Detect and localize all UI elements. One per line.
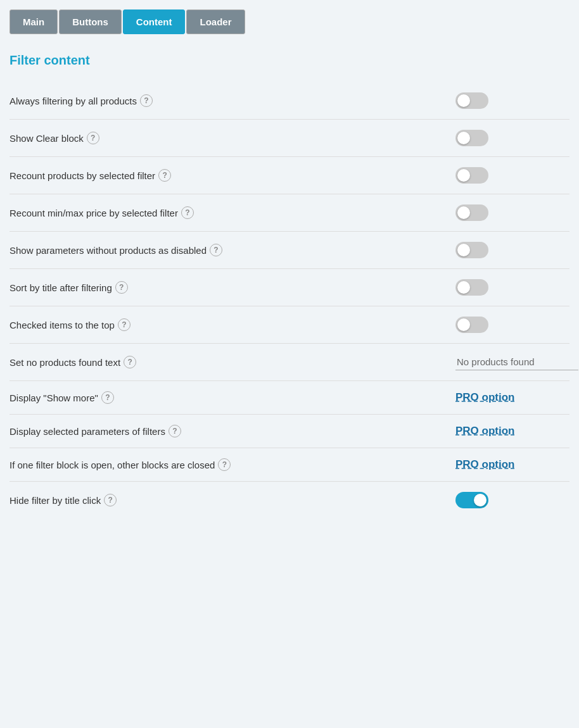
row-sort-by-title: Sort by title after filtering? xyxy=(10,270,569,304)
toggle-thumb-checked-items-top xyxy=(457,318,470,331)
tab-loader[interactable]: Loader xyxy=(186,9,245,34)
toggle-show-params-disabled[interactable] xyxy=(455,242,488,258)
toggle-thumb-always-filtering xyxy=(457,94,470,107)
row-display-show-more: Display "Show more"?PRO option xyxy=(10,382,569,413)
help-icon-hide-filter-title[interactable]: ? xyxy=(104,494,117,506)
help-icon-display-selected-params[interactable]: ? xyxy=(169,425,181,437)
label-text-show-params-disabled: Show parameters without products as disa… xyxy=(10,245,207,256)
toggle-show-clear-block[interactable] xyxy=(455,130,488,146)
divider-2 xyxy=(10,194,569,194)
row-label-hide-filter-title: Hide filter by title click? xyxy=(10,494,443,506)
label-text-display-selected-params: Display selected parameters of filters xyxy=(10,426,165,437)
toggle-thumb-recount-minmax xyxy=(457,206,470,219)
row-control-show-clear-block xyxy=(443,130,569,146)
row-label-display-show-more: Display "Show more"? xyxy=(10,391,443,404)
row-control-display-show-more: PRO option xyxy=(443,391,569,404)
row-control-recount-products xyxy=(443,167,569,184)
row-no-products-text: Set no products found text? xyxy=(10,345,569,379)
row-control-recount-minmax xyxy=(443,204,569,221)
divider-5 xyxy=(10,306,569,306)
toggle-recount-minmax[interactable] xyxy=(455,204,488,221)
toggle-thumb-recount-products xyxy=(457,169,470,182)
row-control-no-products-text xyxy=(443,354,569,370)
row-label-display-selected-params: Display selected parameters of filters? xyxy=(10,425,443,437)
label-text-one-filter-open: If one filter block is open, other block… xyxy=(10,460,215,470)
divider-9 xyxy=(10,448,569,448)
pro-option-one-filter-open[interactable]: PRO option xyxy=(455,458,514,471)
divider-6 xyxy=(10,343,569,344)
help-icon-checked-items-top[interactable]: ? xyxy=(118,318,130,331)
pro-option-display-selected-params[interactable]: PRO option xyxy=(455,425,514,437)
row-recount-minmax: Recount min/max price by selected filter… xyxy=(10,196,569,230)
row-control-checked-items-top xyxy=(443,317,569,333)
row-control-display-selected-params: PRO option xyxy=(443,425,569,437)
settings-rows: Always filtering by all products?Show Cl… xyxy=(10,84,569,517)
divider-10 xyxy=(10,481,569,482)
row-hide-filter-title: Hide filter by title click? xyxy=(10,483,569,517)
main-container: MainButtonsContentLoader Filter content … xyxy=(10,9,569,517)
row-control-hide-filter-title xyxy=(443,492,569,508)
label-text-hide-filter-title: Hide filter by title click xyxy=(10,495,101,506)
row-checked-items-top: Checked items to the top? xyxy=(10,308,569,342)
divider-3 xyxy=(10,231,569,232)
tab-content[interactable]: Content xyxy=(123,9,186,34)
toggle-thumb-show-clear-block xyxy=(457,132,470,144)
row-label-sort-by-title: Sort by title after filtering? xyxy=(10,281,443,294)
row-label-always-filtering: Always filtering by all products? xyxy=(10,94,443,107)
help-icon-display-show-more[interactable]: ? xyxy=(101,391,114,404)
toggle-always-filtering[interactable] xyxy=(455,92,488,109)
help-icon-always-filtering[interactable]: ? xyxy=(140,94,153,107)
row-one-filter-open: If one filter block is open, other block… xyxy=(10,449,569,480)
toggle-thumb-show-params-disabled xyxy=(457,244,470,256)
divider-7 xyxy=(10,380,569,381)
toggle-recount-products[interactable] xyxy=(455,167,488,184)
toggle-sort-by-title[interactable] xyxy=(455,279,488,296)
toggle-thumb-hide-filter-title xyxy=(474,494,487,506)
text-input-no-products-text[interactable] xyxy=(455,354,578,370)
label-text-display-show-more: Display "Show more" xyxy=(10,392,98,403)
label-text-recount-products: Recount products by selected filter xyxy=(10,170,155,181)
row-label-one-filter-open: If one filter block is open, other block… xyxy=(10,458,443,471)
help-icon-show-clear-block[interactable]: ? xyxy=(87,132,99,144)
help-icon-sort-by-title[interactable]: ? xyxy=(115,281,128,294)
row-recount-products: Recount products by selected filter? xyxy=(10,158,569,192)
label-text-show-clear-block: Show Clear block xyxy=(10,133,84,144)
row-label-show-clear-block: Show Clear block? xyxy=(10,132,443,144)
divider-0 xyxy=(10,119,569,120)
label-text-checked-items-top: Checked items to the top xyxy=(10,320,115,330)
section-title: Filter content xyxy=(10,53,569,68)
toggle-thumb-sort-by-title xyxy=(457,281,470,294)
tab-main[interactable]: Main xyxy=(10,9,58,34)
row-control-one-filter-open: PRO option xyxy=(443,458,569,471)
divider-8 xyxy=(10,414,569,415)
row-display-selected-params: Display selected parameters of filters?P… xyxy=(10,416,569,446)
row-label-recount-minmax: Recount min/max price by selected filter… xyxy=(10,206,443,219)
tab-buttons[interactable]: Buttons xyxy=(59,9,122,34)
tabs-bar: MainButtonsContentLoader xyxy=(10,9,569,34)
row-label-recount-products: Recount products by selected filter? xyxy=(10,169,443,182)
row-control-sort-by-title xyxy=(443,279,569,296)
toggle-hide-filter-title[interactable] xyxy=(455,492,488,508)
row-always-filtering: Always filtering by all products? xyxy=(10,84,569,118)
divider-4 xyxy=(10,268,569,269)
label-text-recount-minmax: Recount min/max price by selected filter xyxy=(10,208,178,218)
row-label-no-products-text: Set no products found text? xyxy=(10,356,443,368)
pro-option-display-show-more[interactable]: PRO option xyxy=(455,391,514,404)
divider-1 xyxy=(10,156,569,157)
row-control-always-filtering xyxy=(443,92,569,109)
label-text-no-products-text: Set no products found text xyxy=(10,357,120,368)
help-icon-show-params-disabled[interactable]: ? xyxy=(210,244,222,256)
toggle-checked-items-top[interactable] xyxy=(455,317,488,333)
row-label-checked-items-top: Checked items to the top? xyxy=(10,318,443,331)
help-icon-one-filter-open[interactable]: ? xyxy=(218,458,231,471)
row-control-show-params-disabled xyxy=(443,242,569,258)
label-text-always-filtering: Always filtering by all products xyxy=(10,96,137,106)
row-show-params-disabled: Show parameters without products as disa… xyxy=(10,233,569,267)
row-label-show-params-disabled: Show parameters without products as disa… xyxy=(10,244,443,256)
help-icon-recount-products[interactable]: ? xyxy=(158,169,171,182)
label-text-sort-by-title: Sort by title after filtering xyxy=(10,282,112,293)
help-icon-recount-minmax[interactable]: ? xyxy=(181,206,194,219)
row-show-clear-block: Show Clear block? xyxy=(10,121,569,155)
help-icon-no-products-text[interactable]: ? xyxy=(124,356,136,368)
